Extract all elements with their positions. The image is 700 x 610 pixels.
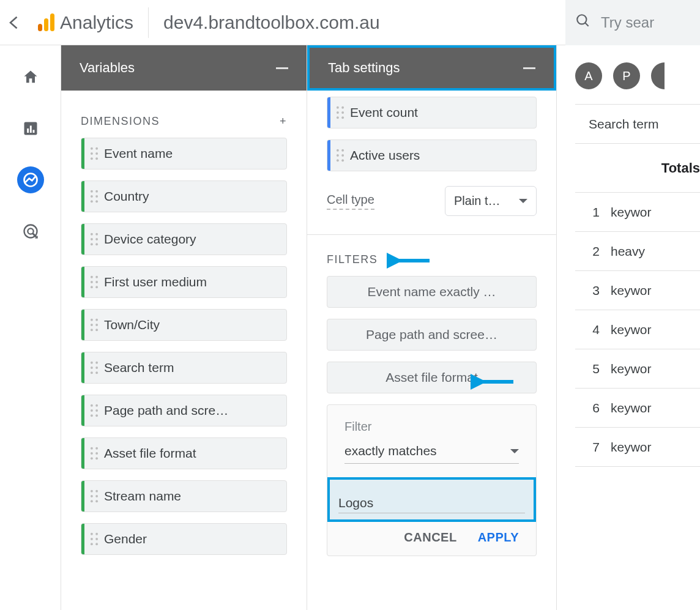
svg-point-38: [95, 319, 98, 321]
drag-handle-icon[interactable]: [84, 489, 104, 503]
nav-explore[interactable]: [17, 166, 44, 193]
svg-point-76: [341, 111, 344, 114]
dimension-chip[interactable]: Asset file format: [81, 437, 287, 469]
svg-rect-2: [50, 13, 54, 31]
drag-handle-icon[interactable]: [84, 275, 104, 289]
svg-rect-1: [44, 18, 48, 31]
filter-value-input[interactable]: [338, 493, 525, 513]
table-row[interactable]: 6keywor: [575, 389, 700, 428]
svg-point-58: [95, 452, 98, 455]
chevron-down-icon: [519, 199, 527, 203]
search-placeholder: Try sear: [601, 14, 654, 31]
svg-point-27: [91, 238, 93, 240]
svg-rect-0: [38, 24, 42, 31]
table-row[interactable]: 1keywor: [575, 193, 700, 232]
svg-point-72: [95, 543, 98, 545]
drag-handle-icon[interactable]: [330, 106, 350, 119]
svg-point-84: [341, 159, 344, 162]
metric-chip[interactable]: Event count: [327, 97, 537, 128]
svg-point-69: [91, 538, 93, 540]
dimension-chip[interactable]: Stream name: [81, 480, 287, 512]
chip-label: First user medium: [104, 275, 207, 289]
property-name[interactable]: dev4.brandtoolbox.com.au: [149, 12, 380, 33]
svg-point-48: [95, 371, 98, 374]
dimension-chip[interactable]: First user medium: [81, 266, 287, 298]
drag-handle-icon[interactable]: [84, 447, 104, 460]
match-type-select[interactable]: exactly matches: [344, 444, 519, 464]
svg-point-55: [91, 447, 93, 450]
svg-point-32: [95, 276, 98, 278]
svg-point-15: [91, 152, 93, 155]
minimize-tab-settings-icon[interactable]: [523, 67, 535, 69]
row-number: 6: [575, 401, 611, 415]
svg-point-34: [95, 281, 98, 283]
global-search[interactable]: Try sear: [565, 0, 700, 45]
table-row[interactable]: 5keywor: [575, 349, 700, 389]
drag-handle-icon[interactable]: [84, 232, 104, 246]
filter-chip[interactable]: Event name exactly …: [327, 276, 537, 308]
segment-badge[interactable]: P: [613, 62, 640, 89]
variables-body: DIMENSIONS + Event nameCountryDevice cat…: [61, 91, 307, 610]
metric-chip[interactable]: Active users: [327, 139, 537, 171]
svg-point-79: [337, 149, 339, 152]
cell-type-row: Cell type Plain t…: [327, 186, 537, 216]
svg-point-40: [95, 324, 98, 326]
dimensions-heading: DIMENSIONS +: [81, 115, 287, 128]
svg-point-82: [341, 154, 344, 157]
chip-label: Country: [104, 189, 149, 204]
apply-button[interactable]: APPLY: [478, 530, 519, 545]
filter-chip[interactable]: Page path and scree…: [327, 319, 537, 351]
tab-settings-panel: Tab settings Event countActive users Cel…: [307, 45, 557, 610]
svg-point-17: [91, 157, 93, 160]
nav-home[interactable]: [17, 64, 44, 91]
dimension-chip[interactable]: Page path and scre…: [81, 395, 287, 426]
svg-point-3: [577, 15, 586, 24]
svg-point-44: [95, 362, 98, 364]
tab-settings-panel-header: Tab settings: [307, 45, 556, 91]
table-row[interactable]: 3keywor: [575, 271, 700, 310]
dimension-chip[interactable]: Search term: [81, 352, 287, 384]
svg-point-25: [91, 233, 93, 236]
drag-handle-icon[interactable]: [84, 404, 104, 417]
dimension-chip[interactable]: Country: [81, 180, 287, 212]
tab-settings-body: Event countActive users Cell type Plain …: [307, 91, 556, 556]
segment-badge[interactable]: A: [575, 62, 602, 89]
back-button[interactable]: [0, 14, 29, 31]
table-row[interactable]: 7keywor: [575, 428, 700, 467]
drag-handle-icon[interactable]: [84, 190, 104, 203]
drag-handle-icon[interactable]: [84, 532, 104, 546]
dimension-chip[interactable]: Event name: [81, 138, 287, 169]
dimension-chip[interactable]: Gender: [81, 523, 287, 555]
table-row[interactable]: 2heavy: [575, 232, 700, 271]
svg-line-4: [585, 23, 588, 26]
svg-point-66: [95, 500, 98, 502]
drag-handle-icon[interactable]: [330, 149, 350, 162]
cell-type-select[interactable]: Plain t…: [445, 186, 537, 216]
svg-point-49: [91, 404, 93, 407]
svg-point-13: [91, 147, 93, 150]
drag-handle-icon[interactable]: [84, 318, 104, 332]
add-dimension-button[interactable]: +: [280, 115, 287, 128]
filter-chip[interactable]: Asset file format: [327, 362, 537, 393]
analytics-logo-icon: [29, 12, 60, 34]
drag-handle-icon[interactable]: [84, 361, 104, 374]
variables-title: Variables: [80, 60, 135, 76]
segment-badges: A P: [575, 62, 700, 89]
nav-advertising[interactable]: [17, 218, 44, 245]
svg-point-16: [95, 152, 98, 155]
nav-reports[interactable]: [17, 115, 44, 142]
svg-point-24: [95, 200, 98, 203]
dimension-chip[interactable]: Town/City: [81, 309, 287, 341]
svg-point-78: [341, 116, 344, 119]
cancel-button[interactable]: CANCEL: [404, 530, 456, 545]
drag-handle-icon[interactable]: [84, 147, 104, 160]
metric-list: Event countActive users: [327, 97, 537, 171]
chip-label: Event name: [104, 146, 173, 161]
table-row[interactable]: 4keywor: [575, 310, 700, 349]
svg-point-73: [337, 106, 339, 109]
segment-badge[interactable]: [651, 62, 665, 89]
dimension-chip[interactable]: Device category: [81, 223, 287, 255]
preview-column-header[interactable]: Search term: [575, 105, 700, 144]
minimize-variables-icon[interactable]: [276, 67, 288, 69]
svg-point-33: [91, 281, 93, 283]
